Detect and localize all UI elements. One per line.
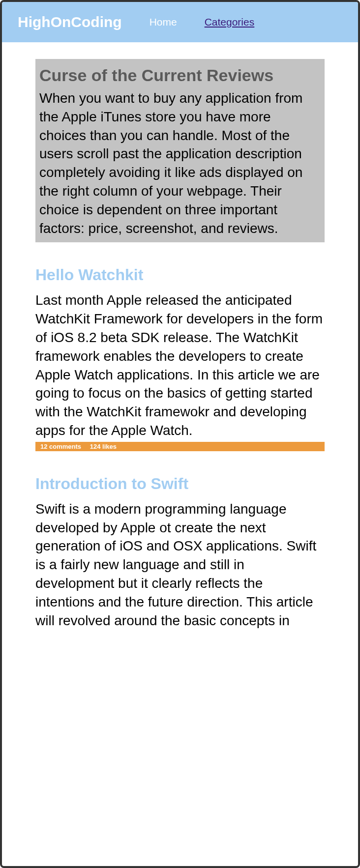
nav-categories[interactable]: Categories [205, 16, 255, 28]
post-meta: 12 comments 124 likes [35, 442, 325, 451]
featured-body: When you want to buy any application fro… [39, 89, 321, 237]
featured-title[interactable]: Curse of the Current Reviews [39, 59, 321, 89]
post-title[interactable]: Introduction to Swift [35, 475, 325, 493]
likes-count[interactable]: 124 likes [90, 443, 117, 450]
post-body: Last month Apple released the anticipate… [35, 291, 325, 439]
post-item: Introduction to Swift Swift is a modern … [35, 475, 325, 630]
comments-count[interactable]: 12 comments [40, 443, 81, 450]
header: HighOnCoding Home Categories [2, 2, 358, 42]
featured-post: Curse of the Current Reviews When you wa… [35, 59, 325, 242]
content-area: Curse of the Current Reviews When you wa… [2, 42, 358, 630]
post-title[interactable]: Hello Watchkit [35, 266, 325, 284]
post-item: Hello Watchkit Last month Apple released… [35, 266, 325, 451]
nav-home[interactable]: Home [150, 16, 177, 28]
post-body: Swift is a modern programming language d… [35, 500, 325, 630]
logo[interactable]: HighOnCoding [18, 14, 122, 30]
